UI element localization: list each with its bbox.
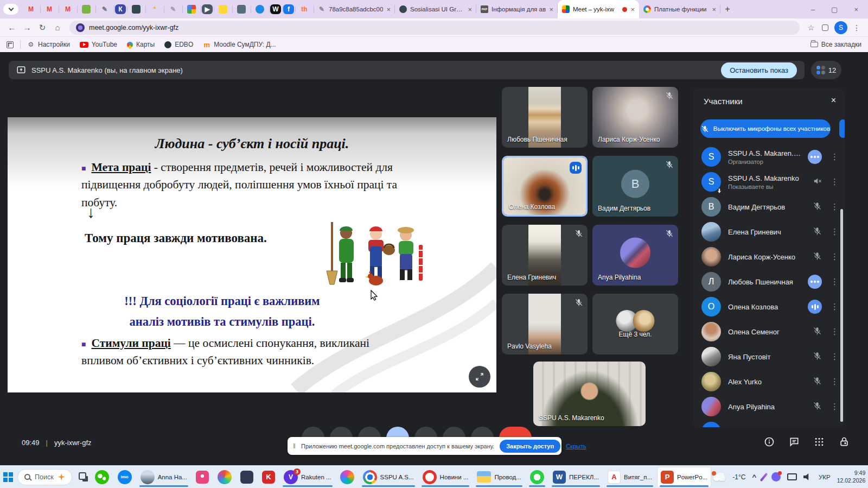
taskbar-app-kmp[interactable]: K — [258, 467, 279, 487]
apps-grid-icon[interactable] — [7, 41, 14, 48]
kebab-menu-icon[interactable]: ⋮ — [831, 302, 836, 312]
browser-tab[interactable]: PKP Інформація для ав × — [476, 0, 558, 18]
gmail3-pinned-tab[interactable]: M — [60, 3, 76, 15]
hidden-icons-chevron[interactable]: ^ — [752, 473, 756, 481]
panel-close-icon[interactable]: × — [831, 96, 836, 105]
activities-grid-icon[interactable] — [814, 436, 825, 447]
video-tile[interactable]: Елена Гриневич — [502, 225, 588, 286]
video-tile[interactable]: Pavlo Vasyleha — [502, 294, 588, 354]
weather-icon[interactable] — [713, 473, 726, 481]
bookmark-star-icon[interactable]: ☆ — [804, 21, 818, 35]
site-info-icon[interactable] — [76, 23, 85, 32]
gmail2-pinned-tab[interactable]: M — [41, 3, 58, 15]
aster-pinned-tab[interactable]: * — [146, 3, 163, 15]
kebab-menu-icon[interactable]: ⋮ — [831, 152, 836, 162]
browser-tab[interactable]: Платные функции × — [639, 0, 720, 18]
browser-tab[interactable]: Meet – yyk-ixw × — [558, 0, 639, 18]
taskbar-app-copilot[interactable] — [336, 467, 358, 487]
video-tile[interactable]: Лариса Корж-Усенко — [592, 87, 678, 148]
kebab-menu-icon[interactable]: ⋮ — [831, 202, 836, 212]
grid-pinned-tab[interactable] — [183, 3, 200, 15]
smile-pinned-tab[interactable] — [252, 3, 268, 15]
quill-pinned-tab[interactable]: ✎ — [165, 3, 181, 15]
bookmark-item[interactable]: m Moodle СумДПУ: Д... — [203, 41, 276, 48]
taskbar-app-calc[interactable] — [237, 467, 257, 487]
info-icon[interactable] — [764, 436, 775, 447]
participant-row[interactable]: Олена Семеног ⋮ — [693, 319, 845, 344]
browser-menu-icon[interactable]: ⋮ — [850, 21, 864, 35]
kebab-menu-icon[interactable]: ⋮ — [831, 227, 836, 237]
taskbar-app-anna[interactable]: Anna Ha... — [137, 467, 191, 487]
video-tile[interactable]: Anya Pilyahina — [592, 225, 678, 286]
participant-row[interactable]: P Pavlo Vasyleha ⋮ — [693, 419, 845, 427]
participant-row[interactable]: Елена Гриневич ⋮ — [693, 219, 845, 244]
kebab-menu-icon[interactable]: ⋮ — [831, 352, 836, 362]
video-tile[interactable]: Олена Козлова — [502, 156, 588, 217]
more-actions-icon[interactable] — [808, 150, 822, 164]
card-pinned-tab[interactable] — [215, 3, 231, 15]
participant-row[interactable]: В Вадим Дегтярьов ⋮ — [693, 194, 845, 219]
taskbar-app-pdf[interactable]: A Витяг_п... — [604, 467, 656, 487]
volume-icon[interactable] — [803, 473, 812, 481]
network-display-icon[interactable] — [787, 473, 797, 480]
address-bar[interactable]: meet.google.com/yyk-ixwr-gfz — [69, 21, 800, 35]
taskbar-app-paint[interactable] — [214, 467, 235, 487]
taskbar-app-opera[interactable]: Новини ... — [419, 467, 473, 487]
home-icon[interactable]: ⌂ — [50, 20, 65, 35]
self-video-tile[interactable]: SSPU A.S. Makarenko — [533, 362, 646, 426]
video-tile[interactable]: Ещё 3 чел. — [592, 294, 678, 354]
participant-row[interactable]: Яна Пустовіт ⋮ — [693, 344, 845, 369]
taskbar-app-ribbon[interactable] — [192, 467, 213, 487]
panel-scrollbar[interactable] — [840, 209, 843, 422]
more-actions-icon[interactable] — [808, 275, 822, 289]
bookmark-item[interactable]: EDBO — [164, 41, 193, 48]
taskbar-app-imo[interactable]: imo — [114, 467, 136, 487]
participant-row[interactable]: Лариса Корж-Усенко ⋮ — [693, 244, 845, 269]
taskbar-app-word[interactable]: W ПЕРЕКЛ... — [549, 467, 603, 487]
facebook-pinned-tab[interactable]: f — [283, 4, 294, 14]
kebab-menu-icon[interactable]: ⋮ — [831, 427, 836, 427]
new-tab-button[interactable]: + — [720, 2, 735, 16]
extensions-icon[interactable] — [818, 21, 832, 35]
kebab-menu-icon[interactable]: ⋮ — [831, 377, 836, 386]
taskbar-app-rakuten[interactable]: V3 Rakuten ... — [280, 467, 335, 487]
pen-pinned-tab[interactable]: ✎ — [97, 3, 113, 15]
maximize-icon[interactable]: ▢ — [831, 5, 838, 14]
clock[interactable]: 9:49 12.02.2026 — [837, 470, 866, 484]
taskbar-app-chrome[interactable]: SSPU A.S... — [359, 467, 418, 487]
taskbar-app-explorer[interactable]: Провод... — [473, 467, 525, 487]
forward-icon[interactable]: → — [20, 20, 35, 35]
stop-presenting-button[interactable]: Остановить показ — [721, 62, 797, 78]
participant-row[interactable]: О Олена Козлова ⋮ — [693, 294, 845, 319]
back-icon[interactable]: ← — [4, 20, 20, 35]
weather-temp[interactable]: -1°C — [732, 473, 745, 481]
bookmark-item[interactable]: ⚙ Настройки — [27, 41, 70, 48]
taskbar-search[interactable]: Поиск — [17, 469, 72, 485]
start-button[interactable] — [3, 468, 13, 486]
participant-row[interactable]: Anya Pilyahina ⋮ — [693, 394, 845, 419]
video-tile[interactable]: В Вадим Дегтярьов — [592, 156, 678, 217]
browser-tab[interactable]: Sosialisasi UI Green × — [395, 0, 476, 18]
hide-notice-link[interactable]: Скрыть — [566, 443, 586, 449]
participant-row[interactable]: S SSPU A.S. Makarenko Показываете вы ⋮ — [693, 169, 845, 194]
viber-tray-icon[interactable] — [771, 472, 781, 481]
minimize-icon[interactable]: – — [811, 5, 815, 14]
all-bookmarks[interactable]: Все закладки — [810, 41, 861, 48]
globe2-pinned-tab[interactable] — [233, 3, 250, 15]
tab-close-icon[interactable]: × — [549, 5, 553, 14]
globe1-pinned-tab[interactable] — [128, 3, 144, 15]
participant-row[interactable]: Alex Yurko ⋮ — [693, 369, 845, 394]
taskbar-app-taskview[interactable] — [77, 467, 90, 487]
browser-tab[interactable]: ✎ 78a9c8a85adcbc00 × — [314, 0, 395, 18]
tab-close-icon[interactable]: × — [468, 5, 472, 14]
profile-avatar[interactable]: S — [834, 21, 847, 34]
bookmark-item[interactable]: YouTube — [80, 41, 117, 48]
kebab-menu-icon[interactable]: ⋮ — [831, 177, 836, 187]
participant-count-badge[interactable]: 12 — [811, 61, 841, 79]
kebab-menu-icon[interactable]: ⋮ — [831, 252, 836, 262]
reload-icon[interactable]: ↻ — [35, 20, 50, 35]
close-icon[interactable]: × — [854, 5, 858, 14]
video-tile[interactable]: Любовь Пшеничная — [502, 87, 588, 148]
taskbar-app-powerpoint[interactable]: P PowerPo... — [657, 467, 711, 487]
mute-options-button[interactable] — [839, 119, 845, 138]
